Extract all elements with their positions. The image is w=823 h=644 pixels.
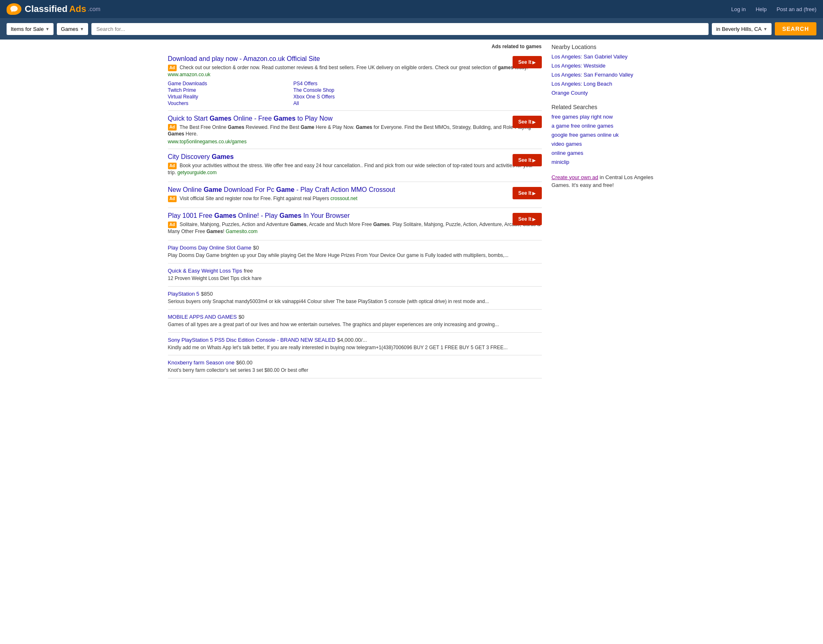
ad1-title[interactable]: Download and play now - Amazon.co.uk Off… [168,55,542,63]
site-header: ClassifiedAds.com Log in Help Post an ad… [0,0,823,18]
related-link-5[interactable]: miniclip [552,159,655,166]
help-link[interactable]: Help [755,6,767,12]
ad4-text: Ad Visit official Site and register now … [168,195,542,202]
category2-arrow-icon: ▼ [80,27,84,31]
sidebar: Nearby Locations Los Angeles: San Gabrie… [548,44,655,378]
nearby-link-1[interactable]: Los Angeles: Westside [552,63,655,70]
ad3-text: Ad Book your activities without the stre… [168,162,542,176]
category1-dropdown[interactable]: Items for Sale ▼ [7,23,54,35]
location-arrow-icon: ▼ [763,27,767,31]
listing2-title[interactable]: Quick & Easy Weight Loss Tips [168,268,242,274]
category1-arrow-icon: ▼ [45,27,49,31]
ad2-title[interactable]: Quick to Start Games Online - Free Games… [168,115,542,122]
ad-block-4: New Online Game Download For Pc Game - P… [168,182,542,208]
ad5-title[interactable]: Play 1001 Free Games Online! - Play Game… [168,212,542,219]
sublink-all[interactable]: All [294,100,411,106]
listing2-price: free [244,268,253,274]
ad-block-1: Download and play now - Amazon.co.uk Off… [168,51,542,111]
ad2-text: Ad The Best Free Online Games Reviewed. … [168,124,542,138]
listing6-title[interactable]: Knoxberry farm Season one [168,359,235,366]
nearby-locations-section: Nearby Locations Los Angeles: San Gabrie… [552,44,655,96]
related-link-4[interactable]: online games [552,150,655,157]
listing4-desc: Games of all types are a great part of o… [168,321,542,328]
listing3-price: $850 [201,291,213,297]
ad5-url: Gamesito.com [226,229,257,234]
ad4-url: crossout.net [331,196,357,201]
listing-item-5: Sony PlayStation 5 PS5 Disc Edition Cons… [168,333,542,356]
sublink-ps4-offers[interactable]: PS4 Offers [294,81,411,86]
listing-item-4: MOBILE APPS AND GAMES$0 Games of all typ… [168,310,542,333]
listing1-title[interactable]: Play Dooms Day Online Slot Game [168,245,252,251]
content-area: Ads related to games Download and play n… [168,44,548,378]
nearby-link-3[interactable]: Los Angeles: Long Beach [552,81,655,88]
ad1-url: www.amazon.co.uk [168,72,210,77]
ad2-badge: Ad [168,124,177,131]
category2-dropdown[interactable]: Games ▼ [57,23,88,35]
listing6-price: $60.00 [236,359,252,366]
login-link[interactable]: Log in [731,6,746,12]
sublink-xbox-offers[interactable]: Xbox One S Offers [294,94,411,100]
header-nav: Log in Help Post an ad (free) [731,6,816,12]
search-button[interactable]: SEARCH [775,22,816,35]
create-ad-link[interactable]: Create your own ad [552,174,598,180]
ad5-see-it-button[interactable]: See It [513,213,542,225]
ad-block-3: City Discovery Games Ad Book your activi… [168,149,542,182]
listing-item-2: Quick & Easy Weight Loss Tipsfree 12 Pro… [168,264,542,287]
related-link-3[interactable]: video games [552,141,655,148]
main-layout: Ads related to games Download and play n… [165,40,659,383]
ad4-see-it-button[interactable]: See It [513,187,542,199]
post-ad-link[interactable]: Post an ad (free) [776,6,816,12]
related-link-0[interactable]: free games play right now [552,114,655,121]
ads-related-label: Ads related to games [168,44,542,49]
ad1-text: Ad Check out our selection & order now. … [168,64,542,78]
listing-item-3: PlayStation 5$850 Serious buyers only Sn… [168,287,542,310]
listing2-desc: 12 Proven Weight Loss Diet Tips click ha… [168,275,542,282]
nearby-link-0[interactable]: Los Angeles: San Gabriel Valley [552,54,655,61]
listing1-desc: Play Dooms Day Game brighten up your Day… [168,252,542,259]
listing6-desc: Knot's berry farm collector's set series… [168,367,542,374]
listing-item-1: Play Dooms Day Online Slot Game$0 Play D… [168,240,542,264]
logo-icon [7,3,21,15]
listing3-desc: Serious buyers only Snapchat mandy5003m4… [168,298,542,305]
ad2-url: www.top5onlinegames.co.uk/games [168,139,542,145]
logo-classified: Classified [25,4,68,14]
listing5-title[interactable]: Sony PlayStation 5 PS5 Disc Edition Cons… [168,337,336,343]
ad3-url: getyourguide.com [177,170,217,175]
ad2-see-it-button[interactable]: See It [513,116,542,128]
ad4-badge: Ad [168,196,177,202]
ad1-badge: Ad [168,65,177,71]
listing5-price: $4,000.00/... [337,337,367,343]
listing3-title[interactable]: PlayStation 5 [168,291,200,297]
ad1-see-it-button[interactable]: See It [513,56,542,68]
sublink-game-downloads[interactable]: Game Downloads [168,81,285,86]
listing5-desc: Kindly add me on Whats App let's talk be… [168,344,542,351]
create-ad-section: Create your own ad in Central Los Angele… [552,173,655,189]
ad1-sublinks: Game Downloads PS4 Offers Twitch Prime T… [168,81,411,106]
ad3-title[interactable]: City Discovery Games [168,153,542,161]
logo-area: ClassifiedAds.com [7,3,100,15]
search-input[interactable] [91,23,709,35]
sublink-virtual-reality[interactable]: Virtual Reality [168,94,285,100]
ad-block-5: Play 1001 Free Games Online! - Play Game… [168,208,542,241]
nearby-link-2[interactable]: Los Angeles: San Fernando Valley [552,72,655,79]
logo-ads: Ads [69,4,86,14]
ad3-badge: Ad [168,163,177,169]
related-link-2[interactable]: google free games online uk [552,132,655,139]
sublink-vouchers[interactable]: Vouchers [168,100,285,106]
related-title: Related Searches [552,104,655,110]
nearby-link-4[interactable]: Orange County [552,90,655,97]
ad3-see-it-button[interactable]: See It [513,154,542,166]
ad5-badge: Ad [168,222,177,228]
listing-item-6: Knoxberry farm Season one$60.00 Knot's b… [168,355,542,378]
related-link-1[interactable]: a game free online games [552,123,655,130]
sublink-console-shop[interactable]: The Console Shop [294,87,411,93]
ad5-text: Ad Solitaire, Mahjong, Puzzles, Action a… [168,221,542,235]
ad-block-2: Quick to Start Games Online - Free Games… [168,111,542,149]
listing4-title[interactable]: MOBILE APPS AND GAMES [168,314,237,320]
ad4-title[interactable]: New Online Game Download For Pc Game - P… [168,186,542,194]
related-searches-section: Related Searches free games play right n… [552,104,655,166]
listing4-price: $0 [238,314,244,320]
location-dropdown[interactable]: in Beverly Hills, CA ▼ [712,23,771,35]
sublink-twitch-prime[interactable]: Twitch Prime [168,87,285,93]
nearby-title: Nearby Locations [552,44,655,50]
